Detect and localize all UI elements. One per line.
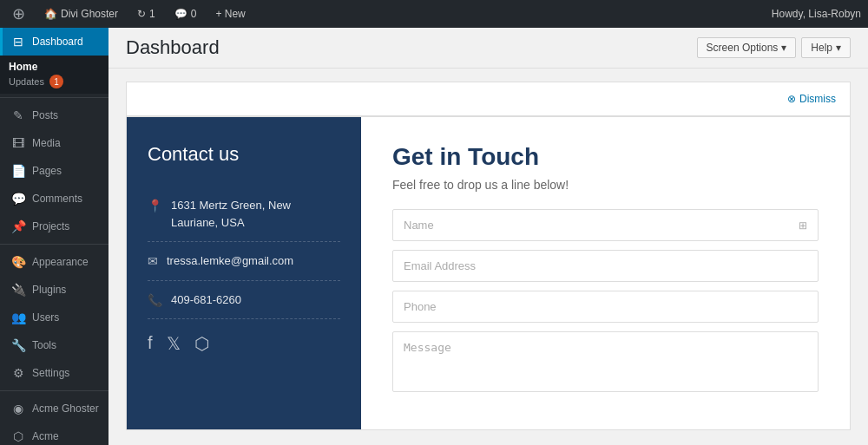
dashboard-content: ⊗ Dismiss Contact us 📍 1631 Mertz Green,…	[108, 69, 868, 445]
contact-panel: Contact us 📍 1631 Mertz Green, New Lauri…	[127, 117, 361, 429]
sidebar-plugins-label: Plugins	[32, 284, 66, 296]
page-title: Dashboard	[126, 36, 220, 59]
updates-badge: 1	[49, 75, 63, 88]
sidebar-dashboard-label: Dashboard	[32, 36, 83, 48]
sidebar-appearance-label: Appearance	[32, 256, 89, 268]
bubbles-button[interactable]: 💬 0	[169, 0, 202, 28]
form-panel: Get in Touch Feel free to drop us a line…	[361, 117, 850, 429]
name-field-wrapper: Name ⊞	[392, 209, 819, 241]
bubble-icon: 💬	[174, 8, 187, 20]
admin-bar: ⊕ 🏠 Divi Ghoster ↻ 1 💬 0 + New Howdy, Li…	[0, 0, 868, 28]
comments-count: 1	[149, 8, 155, 20]
instagram-icon[interactable]: ⬡	[194, 333, 209, 354]
updates-label[interactable]: Updates 1	[9, 75, 100, 88]
form-title: Get in Touch	[392, 143, 819, 171]
contact-address-item: 📍 1631 Mertz Green, New Lauriane, USA	[148, 187, 340, 242]
admin-menu: ⊟ Dashboard Home Updates 1 ✎ Posts 🎞 Med…	[0, 28, 108, 445]
wp-logo-button[interactable]: ⊕	[7, 0, 30, 28]
sidebar-acme-label: Acme	[32, 430, 59, 442]
preview-card: Contact us 📍 1631 Mertz Green, New Lauri…	[126, 116, 851, 430]
sidebar-item-plugins[interactable]: 🔌 Plugins	[0, 276, 108, 304]
help-button[interactable]: Help ▾	[801, 37, 851, 58]
menu-separator-1	[0, 97, 108, 98]
site-name-button[interactable]: 🏠 Divi Ghoster	[39, 0, 123, 28]
screen-options-button[interactable]: Screen Options ▾	[697, 37, 797, 58]
home-label[interactable]: Home	[9, 61, 100, 73]
sidebar-acme-ghoster-label: Acme Ghoster	[32, 402, 99, 415]
bubble-count: 0	[191, 8, 197, 20]
wp-icon: ⊕	[12, 4, 25, 23]
sidebar-posts-label: Posts	[32, 109, 58, 121]
pages-icon: 📄	[11, 164, 25, 178]
name-field-icon: ⊞	[799, 219, 807, 232]
dismiss-label: Dismiss	[799, 93, 836, 105]
sidebar-item-pages[interactable]: 📄 Pages	[0, 157, 108, 185]
contact-phone-item: 📞 409-681-6260	[148, 281, 340, 320]
comments-icon: 💬	[11, 192, 25, 206]
refresh-icon: ↻	[137, 8, 146, 20]
screen-options-chevron: ▾	[781, 42, 786, 54]
dashboard-icon: ⊟	[11, 35, 25, 49]
site-name-label: Divi Ghoster	[61, 8, 118, 20]
home-updates-section: Home Updates 1	[0, 56, 108, 94]
phone-icon: 📞	[148, 293, 162, 307]
sidebar-item-appearance[interactable]: 🎨 Appearance	[0, 248, 108, 276]
contact-address: 1631 Mertz Green, New Lauriane, USA	[171, 197, 340, 231]
sidebar-item-projects[interactable]: 📌 Projects	[0, 213, 108, 240]
dismiss-box: ⊗ Dismiss	[126, 82, 851, 116]
sidebar-users-label: Users	[32, 311, 59, 324]
howdy-label: Howdy, Lisa-Robyn	[772, 8, 861, 20]
appearance-icon: 🎨	[11, 255, 25, 269]
projects-icon: 📌	[11, 219, 25, 233]
media-icon: 🎞	[11, 136, 25, 150]
sidebar-item-posts[interactable]: ✎ Posts	[0, 101, 108, 129]
acme-icon: ⬡	[11, 429, 25, 443]
header-buttons: Screen Options ▾ Help ▾	[697, 37, 851, 58]
email-field[interactable]	[392, 250, 819, 282]
sidebar-item-tools[interactable]: 🔧 Tools	[0, 331, 108, 359]
location-icon: 📍	[148, 199, 162, 213]
sidebar-item-comments[interactable]: 💬 Comments	[0, 185, 108, 213]
new-content-button[interactable]: + New	[210, 0, 250, 28]
screen-options-label: Screen Options	[707, 42, 779, 54]
message-field[interactable]	[392, 331, 819, 392]
main-content: Dashboard Screen Options ▾ Help ▾ ⊗ Dism…	[108, 28, 868, 445]
sidebar-item-dashboard[interactable]: ⊟ Dashboard	[0, 28, 108, 56]
sidebar-item-acme[interactable]: ⬡ Acme	[0, 422, 108, 445]
contact-phone: 409-681-6260	[171, 291, 241, 309]
sidebar-pages-label: Pages	[32, 165, 62, 177]
posts-icon: ✎	[11, 108, 25, 122]
phone-field[interactable]	[392, 291, 819, 323]
help-label: Help	[811, 42, 832, 54]
contact-email: tressa.lemke@gmail.com	[167, 252, 293, 270]
tools-icon: 🔧	[11, 338, 25, 352]
social-icons: f 𝕏 ⬡	[148, 333, 340, 354]
help-chevron: ▾	[836, 42, 841, 54]
name-placeholder: Name	[404, 219, 434, 232]
home-icon: 🏠	[44, 8, 57, 20]
sidebar-tools-label: Tools	[32, 339, 56, 351]
facebook-icon[interactable]: f	[148, 333, 153, 354]
sidebar-comments-label: Comments	[32, 193, 82, 205]
dismiss-x-icon: ⊗	[787, 93, 796, 105]
dismiss-button[interactable]: ⊗ Dismiss	[787, 93, 836, 105]
sidebar-item-settings[interactable]: ⚙ Settings	[0, 359, 108, 387]
menu-separator-3	[0, 390, 108, 391]
new-label: + New	[215, 8, 245, 20]
settings-icon: ⚙	[11, 366, 25, 380]
acme-ghoster-icon: ◉	[11, 402, 25, 416]
email-icon: ✉	[148, 254, 158, 268]
sidebar-item-users[interactable]: 👥 Users	[0, 304, 108, 331]
users-icon: 👥	[11, 311, 25, 324]
sidebar-item-acme-ghoster[interactable]: ◉ Acme Ghoster	[0, 395, 108, 422]
comments-button[interactable]: ↻ 1	[132, 0, 161, 28]
sidebar-media-label: Media	[32, 137, 61, 149]
contact-title: Contact us	[148, 143, 340, 166]
sidebar-item-media[interactable]: 🎞 Media	[0, 129, 108, 157]
sidebar-settings-label: Settings	[32, 367, 69, 379]
sidebar-projects-label: Projects	[32, 220, 69, 232]
form-subtitle: Feel free to drop us a line below!	[392, 178, 819, 192]
twitter-icon[interactable]: 𝕏	[167, 333, 181, 354]
contact-email-item: ✉ tressa.lemke@gmail.com	[148, 242, 340, 281]
page-header: Dashboard Screen Options ▾ Help ▾	[108, 28, 868, 69]
